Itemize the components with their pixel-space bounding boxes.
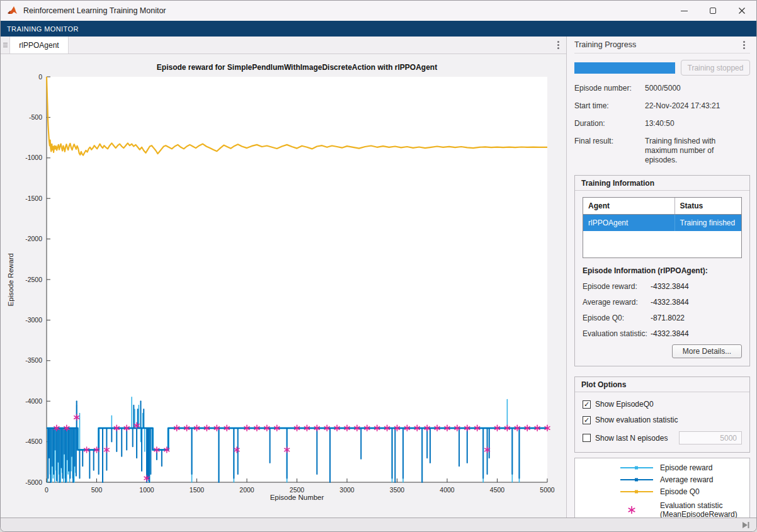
toolstrip-tab-training-monitor[interactable]: TRAINING MONITOR [1, 21, 756, 37]
field-label: Start time: [574, 101, 645, 111]
training-information-panel: Training Information Agent Status rlPPOA… [574, 175, 750, 366]
legend-label: Episode reward [660, 463, 712, 472]
show-episodeq0-option: ✓ Show EpisodeQ0 [583, 400, 742, 409]
y-tick-label: -3500 [25, 356, 42, 364]
training-information-title: Training Information [575, 176, 749, 191]
field-label: Duration: [574, 119, 645, 128]
y-tick-label: -3000 [25, 316, 42, 324]
last-n-episodes-input[interactable]: 5000 [679, 431, 742, 444]
y-tick-label: -2000 [25, 235, 42, 242]
progress-bar-fill [574, 62, 675, 74]
x-tick-label: 4500 [490, 486, 505, 494]
x-tick-label: 4000 [440, 486, 455, 494]
episode-reward-row: Episode reward: -4332.3844 [583, 282, 742, 291]
skip-to-end-icon[interactable] [741, 521, 750, 529]
field-value: 22-Nov-2024 17:43:21 [645, 101, 750, 111]
x-tick-label: 0 [45, 486, 48, 494]
checkbox-label: Show last N episodes [595, 434, 668, 443]
field-label: Final result: [574, 137, 645, 165]
episode-reward-value: -4332.3844 [651, 282, 689, 291]
show-episodeq0-checkbox[interactable]: ✓ [583, 400, 591, 409]
checkbox-label: Show evaluation statistic [595, 416, 678, 424]
x-tick-label: 1500 [190, 486, 205, 494]
bottom-statusbar [1, 518, 756, 531]
checkbox-label: Show EpisodeQ0 [595, 400, 654, 409]
window-title: Reinforcement Learning Training Monitor [23, 6, 166, 15]
tab-rlppoagent[interactable]: rlPPOAgent [10, 37, 69, 54]
table-row[interactable]: rlPPOAgent Training finished [583, 215, 741, 231]
toolstrip-label: TRAINING MONITOR [7, 25, 79, 33]
episode-number-row: Episode number: 5000/5000 [574, 84, 750, 93]
tabstrip-handle-icon[interactable] [1, 37, 10, 54]
legend-label: Evaluation statistic (MeanEpisodeReward) [660, 501, 737, 518]
x-tick-label: 500 [91, 486, 103, 494]
minimize-button[interactable] [669, 1, 698, 21]
evaluation-statistic-marker-swatch [619, 502, 654, 518]
x-tick-label: 1000 [139, 486, 154, 494]
column-header-agent[interactable]: Agent [583, 198, 675, 214]
x-tick-label: 3000 [339, 486, 355, 494]
document-pane: rlPPOAgent 0-500-1000-1500-2000-2500-300… [1, 37, 566, 518]
y-axis-label: Episode Reward [6, 77, 16, 482]
kebab-icon [743, 41, 745, 49]
episode-q0-row: Episode Q0: -871.8022 [583, 314, 742, 322]
column-header-status[interactable]: Status [675, 198, 741, 214]
training-plot: 0-500-1000-1500-2000-2500-3000-3500-4000… [1, 54, 566, 517]
average-reward-row: Average reward: -4332.3844 [583, 298, 742, 307]
agent-status-table: Agent Status rlPPOAgent Training finishe… [583, 197, 742, 258]
tab-label: rlPPOAgent [19, 41, 59, 50]
training-stopped-button[interactable]: Training stopped [681, 60, 750, 76]
status-cell: Training finished [675, 215, 741, 231]
plot-area [47, 77, 547, 482]
window-controls [669, 1, 756, 21]
titlebar: Reinforcement Learning Training Monitor [1, 1, 756, 21]
plot-title: Episode reward for SimplePendlumWithImag… [47, 63, 547, 72]
table-header-row: Agent Status [583, 198, 741, 215]
field-value: 5000/5000 [645, 84, 750, 93]
more-details-button[interactable]: More Details... [672, 344, 742, 358]
app-window: Reinforcement Learning Training Monitor … [0, 0, 757, 532]
x-axis-label: Episode Number [47, 494, 547, 501]
average-reward-line-swatch [619, 475, 654, 484]
training-progress-pane: Training Progress Training stopped Episo… [566, 37, 756, 518]
document-tabstrip: rlPPOAgent [1, 37, 566, 54]
field-value: Training finished with maximum number of… [645, 137, 741, 165]
average-reward-value: -4332.3844 [651, 298, 689, 307]
start-time-row: Start time: 22-Nov-2024 17:43:21 [574, 101, 750, 111]
table-empty-area [583, 231, 741, 258]
show-last-n-episodes-checkbox[interactable]: ✓ [583, 434, 591, 442]
show-evaluation-statistic-checkbox[interactable]: ✓ [583, 416, 591, 424]
y-tick-label: -2500 [25, 276, 42, 283]
x-tick-label: 2000 [239, 486, 254, 494]
duration-row: Duration: 13:40:50 [574, 119, 750, 128]
episode-reward-line-swatch [619, 463, 654, 472]
legend-item-episode-q0: Episode Q0 [575, 487, 749, 496]
y-tick-label: -4500 [25, 438, 42, 445]
matlab-logo-icon [7, 6, 18, 16]
legend-item-evaluation-statistic: Evaluation statistic (MeanEpisodeReward) [575, 501, 749, 518]
episode-q0-value: -871.8022 [651, 314, 685, 322]
y-tick-label: -4000 [25, 397, 42, 405]
training-progress-title: Training Progress [574, 40, 636, 49]
y-tick-label: -500 [29, 113, 42, 121]
agent-cell: rlPPOAgent [583, 215, 675, 231]
panel-actions-button[interactable] [737, 41, 750, 49]
maximize-button[interactable] [698, 1, 727, 21]
y-tick-label: -1000 [25, 154, 42, 161]
minimize-icon [681, 11, 688, 11]
legend-panel: Episode reward Average reward Episode Q0… [574, 458, 750, 518]
y-tick-label: -1500 [25, 195, 42, 202]
legend-item-episode-reward: Episode reward [575, 463, 749, 472]
training-figure: 0-500-1000-1500-2000-2500-3000-3500-4000… [1, 54, 566, 518]
y-tick-label: -5000 [25, 478, 42, 486]
kebab-icon [557, 41, 559, 49]
final-result-row: Final result: Training finished with max… [574, 137, 750, 165]
progress-bar [574, 62, 675, 74]
document-actions-button[interactable] [550, 37, 566, 54]
show-evaluation-statistic-option: ✓ Show evaluation statistic [583, 416, 742, 424]
legend-label: Average reward [660, 475, 714, 484]
plot-options-title: Plot Options [575, 377, 749, 392]
y-tick-label: 0 [38, 73, 42, 81]
close-button[interactable] [727, 1, 756, 21]
maximize-icon [710, 8, 716, 14]
